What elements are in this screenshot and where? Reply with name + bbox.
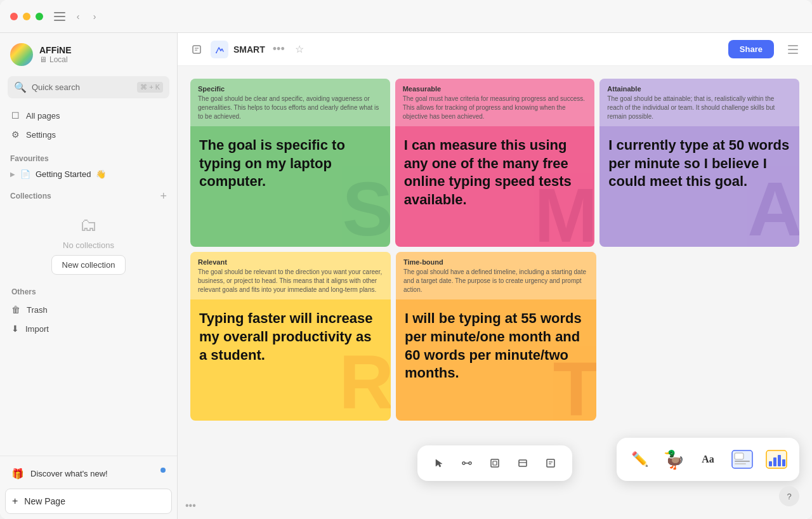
- favourite-icon[interactable]: ☆: [292, 41, 306, 58]
- svg-rect-0: [54, 12, 65, 13]
- all-pages-label: All pages: [26, 111, 60, 121]
- specific-label: Specific: [198, 85, 383, 93]
- specific-desc: The goal should be clear and specific, a…: [198, 95, 383, 121]
- maximize-window-button[interactable]: [36, 13, 43, 20]
- collections-section: Collections +: [0, 183, 177, 204]
- discover-button[interactable]: 🎁 Discover what's new!: [5, 461, 172, 486]
- chart-tool-item[interactable]: [761, 444, 792, 475]
- attainable-label: Attainable: [607, 85, 792, 93]
- sidebar-item-import[interactable]: ⬇ Import: [5, 319, 172, 338]
- attainable-body-text: I currently type at 50 words per minute …: [608, 136, 790, 191]
- profile-section: AFFiNE 🖥 Local: [0, 33, 177, 74]
- measurable-body: I can measure this using any one of the …: [395, 126, 595, 247]
- sidebar-item-settings[interactable]: ⚙ Settings: [5, 125, 172, 144]
- settings-icon: ⚙: [11, 129, 20, 140]
- help-button[interactable]: ?: [779, 486, 799, 506]
- new-collection-button[interactable]: New collection: [51, 255, 126, 275]
- content-area: SMART ••• ☆ Share: [178, 33, 812, 519]
- favourites-section: Favourites: [0, 147, 177, 166]
- sidebar-bottom: 🎁 Discover what's new! + New Page: [0, 456, 177, 519]
- svg-rect-3: [193, 46, 200, 53]
- specific-body: The goal is specific to typing on my lap…: [190, 126, 390, 240]
- forward-arrow-icon[interactable]: ›: [88, 10, 102, 23]
- timebound-label: Time-bound: [403, 258, 589, 266]
- relevant-header: Relevant The goal should be relevant to …: [190, 252, 391, 299]
- settings-label: Settings: [26, 130, 56, 140]
- connect-tool-button[interactable]: [455, 452, 478, 475]
- close-window-button[interactable]: [10, 13, 18, 20]
- relevant-card[interactable]: Relevant The goal should be relevant to …: [190, 252, 391, 420]
- select-tool-button[interactable]: [428, 452, 450, 475]
- embed-tool-button[interactable]: [511, 452, 534, 475]
- more-options-icon[interactable]: •••: [270, 40, 287, 58]
- attainable-body: I currently type at 50 words per minute …: [599, 126, 799, 240]
- discover-label: Discover what's new!: [30, 469, 108, 478]
- svg-rect-14: [493, 461, 497, 465]
- page-type-icon[interactable]: [188, 41, 206, 58]
- all-pages-icon: ☐: [11, 110, 20, 121]
- collections-header: Collections +: [10, 190, 167, 202]
- text-tool-item[interactable]: Aa: [693, 444, 723, 475]
- profile-info: AFFiNE 🖥 Local: [39, 45, 72, 64]
- edgeless-mode-icon[interactable]: [211, 41, 228, 58]
- sidebar-item-getting-started[interactable]: ▶ 📄 Getting Started 👋: [0, 166, 177, 183]
- measurable-header: Measurable The goal must have criteria f…: [395, 79, 595, 126]
- svg-point-11: [469, 462, 471, 464]
- measurable-desc: The goal must have criteria for measurin…: [403, 95, 587, 121]
- profile-location: 🖥 Local: [39, 55, 72, 64]
- svg-rect-23: [735, 463, 746, 464]
- trash-icon: 🗑: [11, 305, 20, 315]
- specific-card[interactable]: Specific The goal should be clear and sp…: [190, 79, 390, 247]
- others-section: Others 🗑 Trash ⬇ Import: [0, 280, 177, 343]
- new-page-button[interactable]: + New Page: [5, 489, 172, 514]
- favourites-header: Favourites: [10, 154, 167, 163]
- share-button[interactable]: Share: [728, 40, 774, 58]
- svg-rect-2: [54, 20, 65, 21]
- svg-rect-25: [769, 461, 772, 466]
- svg-rect-1: [54, 16, 65, 17]
- right-toolbar: ✏️ 🦆 Aa: [617, 438, 799, 481]
- svg-rect-28: [782, 459, 785, 466]
- attainable-card[interactable]: Attainable The goal should be attainable…: [599, 79, 799, 247]
- nav-arrows: ‹ ›: [71, 10, 102, 23]
- pen-tool-item[interactable]: ✏️: [624, 444, 655, 475]
- duck-sticker-item[interactable]: 🦆: [658, 444, 689, 475]
- sidebar-item-trash[interactable]: 🗑 Trash: [5, 300, 172, 319]
- right-sidebar-toggle-icon[interactable]: [784, 41, 802, 58]
- measurable-body-text: I can measure this using any one of the …: [404, 136, 586, 209]
- sidebar-toggle-icon[interactable]: [51, 10, 69, 23]
- note-tool-button[interactable]: [539, 452, 562, 475]
- image-tool-item[interactable]: [727, 444, 757, 475]
- measurable-card[interactable]: Measurable The goal must have criteria f…: [395, 79, 595, 247]
- canvas[interactable]: Specific The goal should be clear and sp…: [178, 66, 812, 519]
- sidebar-item-all-pages[interactable]: ☐ All pages: [5, 106, 172, 125]
- add-collection-icon[interactable]: +: [160, 190, 167, 202]
- avatar: [10, 43, 33, 66]
- svg-rect-26: [773, 457, 776, 466]
- page-icon: 📄: [20, 169, 30, 179]
- collections-empty-icon: 🗂: [80, 214, 98, 235]
- favourites-title: Favourites: [10, 154, 49, 163]
- bottom-dots-menu[interactable]: •••: [178, 492, 204, 519]
- search-text: Quick search: [32, 82, 132, 92]
- svg-rect-22: [735, 461, 750, 462]
- timebound-card[interactable]: Time-bound The goal should have a define…: [396, 252, 596, 420]
- location-icon: 🖥: [39, 55, 47, 64]
- svg-rect-15: [519, 460, 527, 466]
- specific-header: Specific The goal should be clear and sp…: [190, 79, 390, 126]
- svg-rect-9: [788, 53, 798, 54]
- relevant-body-text: Typing faster will increase my overall p…: [199, 310, 382, 364]
- relevant-label: Relevant: [198, 258, 383, 266]
- cards-row-1: Specific The goal should be clear and sp…: [190, 79, 799, 247]
- collections-title: Collections: [10, 192, 51, 200]
- topbar: SMART ••• ☆ Share: [178, 33, 812, 66]
- collections-empty-text: No collections: [63, 240, 114, 250]
- traffic-lights: [10, 13, 43, 20]
- minimize-window-button[interactable]: [23, 13, 30, 20]
- timebound-header: Time-bound The goal should have a define…: [396, 252, 596, 299]
- svg-rect-21: [735, 453, 743, 459]
- back-arrow-icon[interactable]: ‹: [71, 10, 85, 23]
- page-title: SMART: [233, 44, 265, 55]
- search-bar[interactable]: 🔍 Quick search ⌘ + K: [8, 76, 169, 98]
- frame-tool-button[interactable]: [483, 452, 506, 475]
